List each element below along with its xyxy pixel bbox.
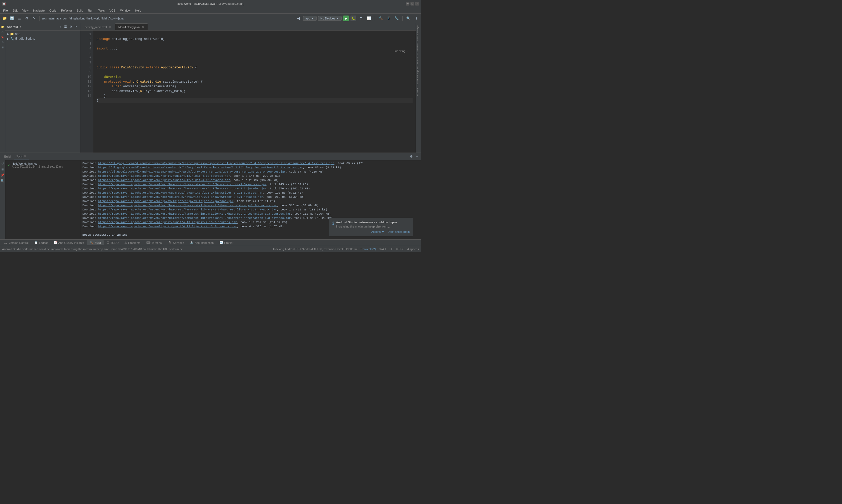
device-selector[interactable]: No Devices ▼ — [318, 16, 342, 21]
build-filter-icon[interactable]: 🔍 — [0, 179, 5, 183]
tab-todo[interactable]: ☑ TODO — [104, 240, 122, 245]
structure-side-icon[interactable]: ☰ — [0, 45, 5, 50]
toast-actions: Actions ▼ Don't show again — [332, 230, 410, 233]
indent-settings[interactable]: 4 spaces — [407, 248, 419, 251]
tab-close-main[interactable]: ✕ — [141, 25, 144, 29]
menu-tools[interactable]: Tools — [96, 8, 107, 13]
breadcrumb-main[interactable]: main — [48, 17, 54, 20]
menu-window[interactable]: Window — [118, 8, 132, 13]
toast-actions-btn[interactable]: Actions ▼ — [371, 230, 384, 233]
sdk-btn[interactable]: 🔧 — [393, 15, 400, 22]
breadcrumb-src[interactable]: src — [42, 17, 46, 20]
settings-btn[interactable]: ⚙ — [24, 15, 30, 22]
breadcrumb-subpackage[interactable]: helloworld — [87, 17, 101, 20]
build-btn[interactable]: 🔨 — [378, 15, 384, 22]
device-file-explorer-icon[interactable]: Device File Explorer — [416, 65, 421, 86]
tab-terminal[interactable]: ⌨ Terminal — [144, 240, 165, 245]
version-control-icon: ⎇ — [4, 241, 7, 245]
build-stop-icon[interactable]: ⏹ — [0, 167, 5, 172]
tree-item-app[interactable]: ▶ 📁 app — [5, 32, 80, 36]
close-panel-btn[interactable]: ✕ — [31, 15, 37, 22]
build-rerun-icon[interactable]: ↺ — [0, 161, 5, 166]
minimize-button[interactable]: ─ — [406, 2, 409, 5]
tree-action-close[interactable]: ✕ — [74, 24, 78, 29]
build-panel-tab-build[interactable]: Build — [2, 154, 13, 159]
profile-btn[interactable]: 📊 — [366, 15, 372, 22]
build-minimize-btn[interactable]: ─ — [415, 154, 419, 159]
tab-app-quality[interactable]: 📈 App Quality Insights — [51, 240, 87, 245]
tree-label-gradle: Gradle Scripts — [15, 37, 35, 40]
project-icon[interactable]: 📁 — [0, 24, 5, 29]
tab-label-activity: activity_main.xml — [85, 25, 107, 29]
more-actions-btn[interactable]: ⋮ — [413, 15, 419, 22]
coverage-btn[interactable]: ☂ — [358, 15, 364, 22]
structure-btn[interactable]: ☰ — [16, 15, 23, 22]
tab-profiler[interactable]: 📉 Profiler — [217, 240, 236, 245]
tab-version-control[interactable]: ⎇ Version Control — [2, 240, 31, 245]
breadcrumb-file[interactable]: MainActivity.java — [102, 17, 124, 20]
menu-run[interactable]: Run — [86, 8, 95, 13]
tab-main-activity-java[interactable]: MainActivity.java ✕ — [115, 23, 148, 30]
avd-btn[interactable]: 📱 — [386, 15, 392, 22]
tree-action-2[interactable]: ☰ — [63, 24, 68, 29]
tree-action-settings[interactable]: ⚙ — [68, 24, 73, 29]
menu-build[interactable]: Build — [75, 8, 85, 13]
debug-button[interactable]: 🐛 — [351, 16, 356, 21]
project-view-icon[interactable]: 📁 — [2, 15, 8, 22]
show-all-btn[interactable]: Show all (2) — [360, 248, 376, 251]
menu-file[interactable]: File — [1, 8, 10, 13]
toolbar-sep-3 — [402, 16, 402, 21]
emulator-icon[interactable]: Emulator — [416, 87, 421, 97]
encoding[interactable]: UTF-8 — [396, 248, 404, 251]
tab-close-activity[interactable]: ✕ — [108, 25, 111, 29]
tab-services[interactable]: 🔌 Services — [165, 240, 186, 245]
breadcrumb-package[interactable]: dingjiaxiong — [70, 17, 86, 20]
menu-refactor[interactable]: Refactor — [59, 8, 74, 13]
device-manager-icon[interactable]: Device Manager — [416, 24, 421, 41]
menu-view[interactable]: View — [20, 8, 31, 13]
line-endings[interactable]: LF — [390, 248, 393, 251]
cursor-position[interactable]: 374:1 — [379, 248, 386, 251]
close-button[interactable]: ✕ — [415, 2, 419, 5]
menu-vcs[interactable]: VCS — [107, 8, 118, 13]
tab-problems[interactable]: ⚠ Problems — [122, 240, 143, 245]
run-config-selector[interactable]: app ▼ — [303, 16, 317, 21]
window-controls[interactable]: ─ □ ✕ — [406, 2, 419, 5]
sync-tab-close[interactable]: ✕ — [24, 155, 26, 158]
menu-edit[interactable]: Edit — [11, 8, 20, 13]
notifications-icon[interactable]: Notifications — [416, 42, 421, 56]
maximize-button[interactable]: □ — [411, 2, 414, 5]
tab-logcat[interactable]: 📋 Logcat — [32, 240, 50, 245]
back-btn[interactable]: ◀ — [295, 15, 302, 22]
build-status-label: HelloWorld: finished — [12, 162, 62, 165]
build-scrollbar[interactable] — [418, 160, 420, 239]
menu-help[interactable]: Help — [133, 8, 143, 13]
menu-code[interactable]: Code — [47, 8, 58, 13]
sync-btn[interactable]: 🔄 — [9, 15, 15, 22]
breadcrumb-com[interactable]: com — [63, 17, 68, 20]
bottom-tabs: ⎇ Version Control 📋 Logcat 📈 App Quality… — [0, 239, 421, 246]
app-inspection-icon: 🔬 — [190, 241, 193, 245]
tab-app-inspection[interactable]: 🔬 App Inspection — [187, 240, 216, 245]
run-button[interactable]: ▶ — [343, 16, 349, 21]
tab-build[interactable]: 🔨 Build — [87, 240, 103, 245]
bookmarks-icon[interactable]: 🔖 — [0, 35, 5, 39]
resource-manager-icon[interactable]: 🗂 — [0, 30, 5, 34]
build-variants-icon[interactable]: ⚙ — [0, 40, 5, 45]
tab-activity-main-xml[interactable]: activity_main.xml ✕ — [81, 23, 115, 30]
file-tree-dropdown-icon[interactable]: ▼ — [19, 25, 22, 28]
breadcrumb-java[interactable]: java — [56, 17, 61, 20]
gradle-panel-icon[interactable]: Gradle — [416, 56, 421, 65]
build-log-line-4: Download https://repo.maven.apache.org/m… — [82, 178, 419, 182]
search-everywhere-btn[interactable]: 🔍 — [405, 15, 412, 22]
build-pin-icon[interactable]: 📌 — [0, 173, 5, 178]
build-status-item-0[interactable]: ✓ HelloWorld: finished At 2023/02/26 11:… — [6, 161, 79, 169]
toast-dont-show-btn[interactable]: Don't show again — [388, 230, 410, 233]
tree-action-1[interactable]: ↕ — [58, 24, 62, 29]
code-content[interactable]: package com.dingjiaxiong.helloworld; imp… — [93, 31, 416, 152]
menu-navigate[interactable]: Navigate — [31, 8, 47, 13]
code-editor[interactable]: 1 2 3 4 5 6 7 8 9 10 11 12 13 14 package… — [80, 31, 416, 152]
build-panel-tab-sync[interactable]: Sync ✕ — [14, 154, 29, 159]
build-settings-btn[interactable]: ⚙ — [409, 154, 414, 159]
tree-item-gradle[interactable]: ▶ 🔧 Gradle Scripts — [5, 36, 80, 41]
